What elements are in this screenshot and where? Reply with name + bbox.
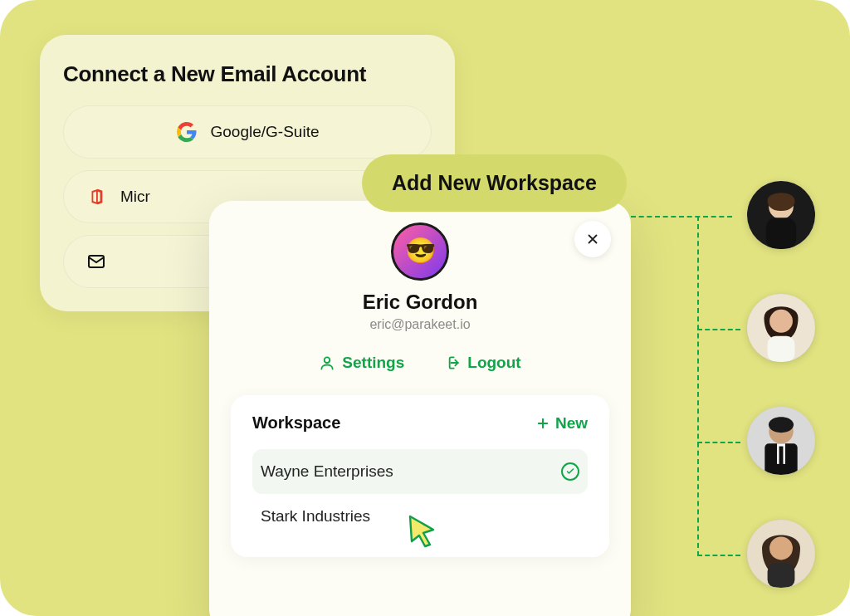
selected-check-icon (561, 462, 579, 481)
svg-point-14 (769, 537, 793, 560)
workspace-name: Wayne Enterprises (261, 462, 393, 481)
profile-card: Eric Gordon eric@parakeet.io Settings Lo… (209, 201, 631, 616)
mail-icon (85, 251, 107, 272)
connect-option-label: Google/G-Suite (211, 123, 320, 141)
settings-link[interactable]: Settings (319, 354, 404, 372)
svg-rect-12 (779, 447, 784, 467)
svg-point-16 (325, 357, 330, 363)
svg-rect-15 (768, 563, 795, 588)
connect-title: Connect a New Email Account (63, 61, 432, 87)
profile-name: Eric Gordon (231, 291, 609, 314)
member-avatar-4 (747, 520, 815, 588)
new-workspace-button[interactable]: New (535, 414, 588, 433)
workspace-card: Workspace New Wayne Enterprises Stark In… (231, 395, 609, 557)
connect-option-google[interactable]: Google/G-Suite (63, 105, 432, 159)
connector-line (697, 555, 740, 556)
svg-point-6 (769, 310, 793, 333)
add-workspace-pill[interactable]: Add New Workspace (362, 154, 627, 212)
connector-line (631, 216, 732, 218)
member-avatar-2 (747, 294, 815, 362)
logout-link[interactable]: Logout (444, 354, 520, 372)
profile-actions: Settings Logout (231, 354, 609, 372)
settings-label: Settings (342, 354, 404, 372)
workspace-name: Stark Industries (261, 507, 370, 526)
new-label: New (555, 414, 588, 433)
svg-rect-3 (766, 218, 796, 249)
connector-line (697, 216, 699, 556)
member-avatar-3 (747, 407, 815, 475)
workspace-row-stark[interactable]: Stark Industries (252, 494, 588, 539)
workspace-title: Workspace (252, 413, 340, 433)
connector-line (697, 329, 740, 330)
connector-line (697, 442, 740, 443)
svg-rect-7 (768, 336, 795, 362)
canvas: Connect a New Email Account Google/G-Sui… (0, 0, 850, 616)
profile-email: eric@parakeet.io (231, 317, 609, 332)
member-avatar-1 (747, 181, 815, 249)
google-icon (176, 121, 198, 143)
logout-label: Logout (467, 354, 520, 372)
connect-option-label: Micr (120, 188, 150, 206)
profile-avatar (391, 222, 449, 281)
close-button[interactable] (574, 221, 611, 257)
workspace-row-wayne[interactable]: Wayne Enterprises (252, 449, 588, 494)
office-icon (85, 186, 107, 208)
